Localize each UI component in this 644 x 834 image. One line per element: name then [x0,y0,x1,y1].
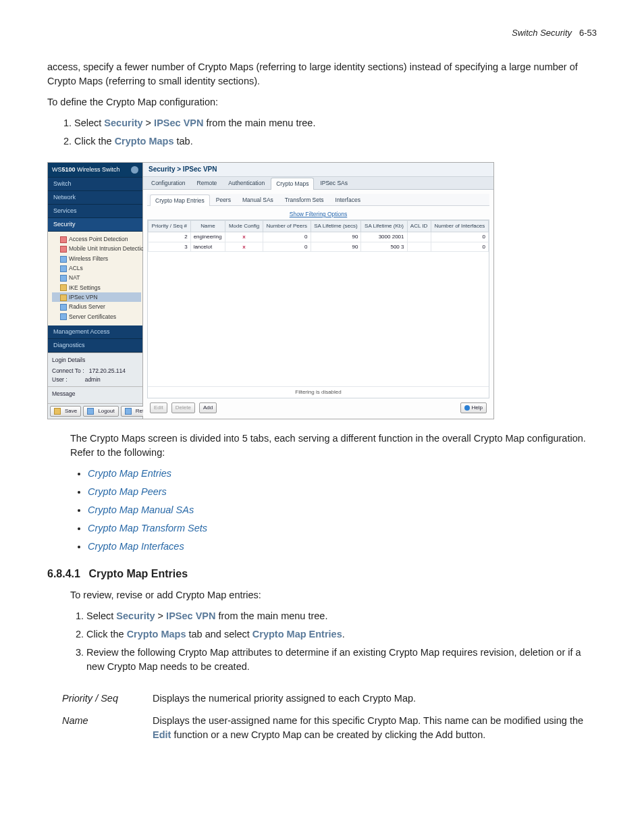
nat-icon [60,275,67,282]
muid-icon [60,246,67,253]
list-item: Crypto Map Peers [88,485,597,499]
ipsec-vpn-keyword: IPSec VPN [166,610,215,621]
col-peers[interactable]: Number of Peers [263,221,311,232]
cell-priority: 3 [149,242,191,252]
tree-mobile-unit-intrusion[interactable]: Mobile Unit Intrusion Detection [52,244,141,253]
intro-paragraph: access, specify a fewer number of Crypto… [47,60,597,88]
tab-crypto-maps[interactable]: Crypto Maps [271,178,314,189]
table-row[interactable]: 3 lancelot x 0 90 500 3 0 [149,242,489,252]
link-crypto-map-interfaces[interactable]: Crypto Map Interfaces [88,541,184,552]
define-paragraph: To define the Crypto Map configuration: [47,95,597,109]
cell-sa-secs: 90 [311,242,361,252]
sidebar-item-services[interactable]: Services [48,205,142,218]
review-steps-list: Select Security > IPSec VPN from the mai… [47,609,597,674]
header-title: Switch Security [512,28,572,38]
security-keyword: Security [116,610,155,621]
ipsec-icon [60,294,67,301]
tree-acls[interactable]: ACLs [52,263,141,273]
sub-tabs: Crypto Map Entries Peers Manual SAs Tran… [147,194,489,206]
review-step-1: Select Security > IPSec VPN from the mai… [86,609,597,623]
cell-acl [407,242,431,252]
review-paragraph: To review, revise or add Crypto Map entr… [70,588,597,602]
cell-acl [407,232,431,242]
link-crypto-map-manual-sas[interactable]: Crypto Map Manual SAs [88,504,194,515]
app-screenshot: WS5100 Wireless Switch Switch Network Se… [47,162,494,419]
subtab-peers[interactable]: Peers [211,194,236,205]
filter-status: Filtering is disabled [148,386,489,398]
link-crypto-map-transform-sets[interactable]: Crypto Map Transform Sets [88,523,207,533]
tree-access-point-detection[interactable]: Access Point Detection [52,234,141,244]
tab-configuration[interactable]: Configuration [146,177,191,188]
connect-label: Connect To : [52,367,84,374]
tab-authentication[interactable]: Authentication [223,177,270,188]
delete-button[interactable]: Delete [171,402,195,413]
show-filtering-options-link[interactable]: Show Filtering Options [147,210,489,218]
certs-icon [60,313,67,320]
add-button[interactable]: Add [199,402,217,413]
crypto-maps-keyword: Crypto Maps [115,136,174,147]
user-label: User : [52,376,68,383]
logout-icon [87,408,94,415]
col-sa-secs[interactable]: SA Lifetime (secs) [311,221,361,232]
cell-name: lancelot [190,242,225,252]
col-name[interactable]: Name [190,221,225,232]
subtab-transform-sets[interactable]: Transform Sets [279,194,329,205]
cell-sa-secs: 90 [311,232,361,242]
crypto-maps-table: Priority / Seq # Name Mode Config Number… [148,220,489,252]
desc-name: Displays the user-assigned name for this… [153,710,597,746]
help-button[interactable]: Help [460,402,487,413]
col-interfaces[interactable]: Number of Interfaces [431,221,488,232]
cell-mode: x [225,232,263,242]
brand-bar: WS5100 Wireless Switch [48,163,142,178]
sidebar-item-security[interactable]: Security [48,218,142,232]
sidebar-item-diagnostics[interactable]: Diagnostics [48,339,142,353]
crypto-maps-keyword: Crypto Maps [127,629,186,640]
cell-priority: 2 [149,232,191,242]
col-mode[interactable]: Mode Config [225,221,263,232]
field-description-table: Priority / Seq Displays the numerical pr… [62,687,597,746]
page-header: Switch Security 6-53 [47,27,597,40]
section-number: 6.8.4.1 [47,568,80,579]
subtab-interfaces[interactable]: Interfaces [330,194,366,205]
tree-ike-settings[interactable]: IKE Settings [52,283,141,292]
tree-wireless-filters[interactable]: Wireless Filters [52,254,141,263]
link-crypto-map-peers[interactable]: Crypto Map Peers [88,486,167,497]
main-panel: Security > IPSec VPN Configuration Remot… [143,163,493,419]
sidebar-item-management[interactable]: Management Access [48,325,142,339]
tab-ipsec-sas[interactable]: IPSec SAs [315,177,353,188]
link-crypto-map-entries[interactable]: Crypto Map Entries [88,468,171,479]
cell-peers: 0 [263,232,311,242]
table-row[interactable]: 2 engineering x 0 90 3000 2001 0 [149,232,489,242]
tree-ipsec-vpn[interactable]: IPSec VPN [52,292,141,302]
cell-peers: 0 [263,242,311,252]
section-title: Crypto Map Entries [88,568,188,579]
breadcrumb: Security > IPSec VPN [143,163,493,178]
edit-button[interactable]: Edit [150,402,167,413]
tree-server-certificates[interactable]: Server Certificates [52,312,141,321]
logout-button[interactable]: Logout [83,406,118,417]
col-sa-kb[interactable]: SA Lifetime (Kb) [361,221,407,232]
ike-icon [60,284,67,291]
sidebar-item-switch[interactable]: Switch [48,178,142,191]
tree-radius-server[interactable]: Radius Server [52,302,141,311]
subtab-crypto-map-entries[interactable]: Crypto Map Entries [150,194,210,206]
x-icon: x [242,244,245,250]
refresh-icon [125,408,132,415]
desc-priority-seq: Displays the numerical priority assigned… [153,687,597,710]
subtab-manual-sas[interactable]: Manual SAs [237,194,279,205]
term-priority-seq: Priority / Seq [62,687,153,710]
save-button[interactable]: Save [50,406,81,417]
login-details-panel: Login Details Connect To : 172.20.25.114… [48,353,142,386]
ipsec-vpn-keyword: IPSec VPN [154,118,203,128]
tab-remote[interactable]: Remote [192,177,223,188]
action-bar: Edit Delete Add Help [147,398,489,415]
tree-nat[interactable]: NAT [52,273,141,282]
after-screenshot-paragraph: The Crypto Maps screen is divided into 5… [70,432,597,460]
brand-logo-icon [131,166,138,174]
review-step-3: Review the following Crypto Map attribut… [86,646,597,674]
review-step-2: Click the Crypto Maps tab and select Cry… [86,627,597,642]
col-acl-id[interactable]: ACL ID [407,221,431,232]
cell-name: engineering [190,232,225,242]
sidebar-item-network[interactable]: Network [48,191,142,205]
col-priority[interactable]: Priority / Seq # [149,221,191,232]
